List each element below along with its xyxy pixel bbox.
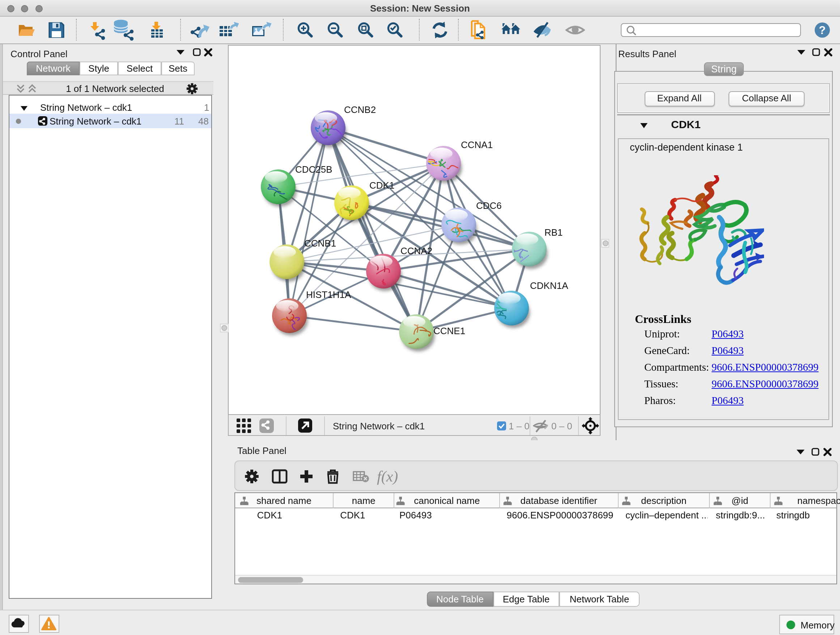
svg-text:CCNA2: CCNA2: [401, 245, 432, 256]
svg-text:CDC6: CDC6: [476, 200, 502, 211]
svg-text:HIST1H1A: HIST1H1A: [306, 289, 351, 300]
svg-text:CCNE1: CCNE1: [433, 325, 465, 336]
svg-text:CCNB2: CCNB2: [344, 104, 376, 115]
svg-text:CCNA1: CCNA1: [461, 139, 493, 150]
svg-text:CDK1: CDK1: [369, 180, 394, 190]
svg-text:f(x): f(x): [377, 468, 398, 485]
svg-text:CCNB1: CCNB1: [304, 238, 336, 249]
svg-text:CDC25B: CDC25B: [295, 164, 332, 174]
svg-text:?: ?: [819, 24, 826, 36]
svg-text:RB1: RB1: [545, 226, 563, 238]
svg-text:CDKN1A: CDKN1A: [530, 280, 568, 291]
